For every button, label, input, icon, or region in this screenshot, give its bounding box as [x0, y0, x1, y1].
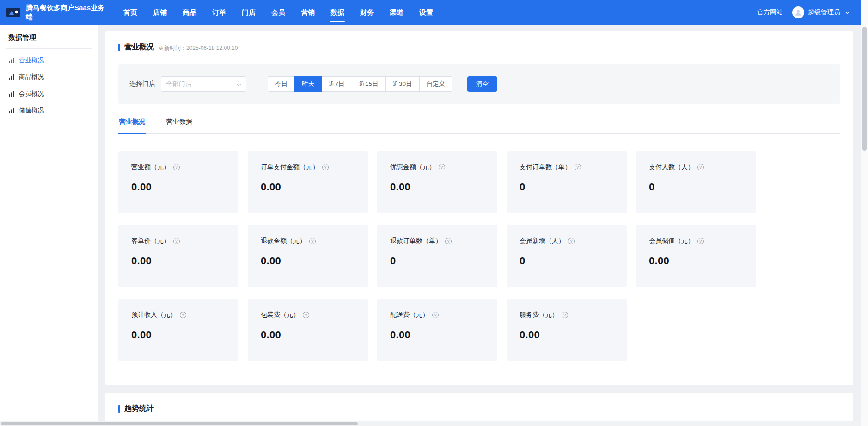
date-range-button[interactable]: 昨天 [294, 76, 322, 92]
nav-item[interactable]: 设置 [411, 0, 441, 25]
screen: 腾马餐饮多商户Saas业务端 首页店铺商品订单门店会员营销数据财务渠道设置 官方… [0, 0, 868, 426]
help-icon[interactable]: ? [439, 164, 445, 170]
date-range-button[interactable]: 今日 [268, 76, 295, 92]
stat-value: 0.00 [131, 329, 226, 341]
stat-label: 服务费（元） [520, 311, 558, 319]
help-icon[interactable]: ? [173, 164, 180, 170]
help-icon[interactable]: ? [322, 164, 329, 170]
stat-card: 支付订单数（单） ? 0 [507, 151, 627, 213]
stat-card: 会员储值（元） ? 0.00 [636, 225, 756, 287]
stat-card: 优惠金额（元） ? 0.00 [377, 151, 497, 213]
horizontal-scrollbar-thumb[interactable] [1, 422, 358, 425]
stat-head: 支付人数（人） ? [649, 163, 743, 171]
stats-grid: 营业额（元） ? 0.00 订单支付金额（元） ? 0.00 优惠金额（元） [118, 151, 840, 361]
date-range-button[interactable]: 近7日 [321, 76, 352, 92]
stat-card: 支付人数（人） ? 0 [636, 151, 756, 213]
help-icon[interactable]: ? [173, 238, 180, 244]
stat-head: 会员新增（人） ? [520, 237, 614, 245]
stat-value: 0.00 [261, 181, 355, 193]
main-content: 营业概况 更新时间：2025-06-18 12:00:10 选择门店 全部门店 … [98, 25, 861, 426]
stat-card: 营业额（元） ? 0.00 [118, 151, 238, 213]
section-accent-bar [118, 44, 120, 51]
stat-head: 包装费（元） ? [261, 311, 355, 319]
main-nav: 首页店铺商品订单门店会员营销数据财务渠道设置 [116, 0, 441, 25]
stat-label: 优惠金额（元） [390, 163, 435, 171]
nav-item[interactable]: 营销 [293, 0, 323, 25]
chevron-down-icon [236, 80, 241, 88]
help-icon[interactable]: ? [697, 238, 704, 244]
sidebar-title: 数据管理 [6, 25, 92, 49]
avatar [792, 6, 804, 18]
vertical-scrollbar-thumb[interactable] [862, 27, 867, 151]
help-icon[interactable]: ? [309, 238, 316, 244]
stat-card: 退款订单数（单） ? 0 [377, 225, 497, 287]
bar-chart-icon [8, 91, 15, 97]
stat-card: 订单支付金额（元） ? 0.00 [248, 151, 368, 213]
stat-value: 0.00 [390, 329, 484, 341]
app-title: 腾马餐饮多商户Saas业务端 [26, 3, 105, 22]
help-icon[interactable]: ? [568, 238, 575, 244]
date-range-button[interactable]: 近30日 [385, 76, 420, 92]
tab[interactable]: 营业概况 [118, 118, 146, 134]
stat-card: 会员新增（人） ? 0 [507, 225, 627, 287]
stat-value: 0.00 [390, 181, 484, 193]
nav-item[interactable]: 渠道 [382, 0, 411, 25]
sidebar-menu: 营业概况 商品概况 会员概况 储值概况 [0, 49, 98, 119]
sidebar-item-label: 商品概况 [19, 73, 44, 81]
stat-card: 客单价（元） ? 0.00 [118, 225, 238, 287]
nav-item[interactable]: 财务 [352, 0, 382, 25]
stat-card: 包装费（元） ? 0.00 [248, 299, 368, 361]
stat-label: 客单价（元） [131, 237, 170, 245]
help-icon[interactable]: ? [697, 164, 704, 170]
stat-label: 会员新增（人） [520, 237, 565, 245]
app-logo-icon [6, 7, 21, 18]
nav-item[interactable]: 店铺 [145, 0, 175, 25]
header-right: 官方网站 超级管理员 [757, 6, 850, 18]
stat-label: 退款订单数（单） [390, 237, 442, 245]
sidebar-item[interactable]: 储值概况 [0, 102, 98, 119]
nav-item[interactable]: 商品 [175, 0, 204, 25]
nav-item[interactable]: 首页 [116, 0, 145, 25]
date-range-button[interactable]: 自定义 [419, 76, 453, 92]
store-select[interactable]: 全部门店 [161, 76, 246, 92]
stat-value: 0.00 [261, 255, 355, 267]
stat-label: 会员储值（元） [649, 237, 694, 245]
stat-card: 预计收入（元） ? 0.00 [118, 299, 238, 361]
stat-value: 0 [520, 255, 614, 267]
stat-label: 退款金额（元） [261, 237, 306, 245]
chevron-down-icon [845, 11, 850, 14]
clear-button[interactable]: 清空 [467, 76, 497, 92]
sidebar-item[interactable]: 商品概况 [0, 69, 98, 85]
stat-value: 0 [390, 255, 484, 267]
stat-value: 0.00 [131, 255, 226, 267]
overview-card: 营业概况 更新时间：2025-06-18 12:00:10 选择门店 全部门店 … [105, 31, 853, 385]
nav-item[interactable]: 门店 [234, 0, 263, 25]
stat-value: 0.00 [131, 181, 226, 193]
user-menu[interactable]: 超级管理员 [792, 6, 850, 18]
date-range-button[interactable]: 近15日 [352, 76, 386, 92]
nav-item[interactable]: 会员 [263, 0, 293, 25]
stat-label: 预计收入（元） [131, 311, 177, 319]
nav-item[interactable]: 订单 [204, 0, 234, 25]
filter-bar: 选择门店 全部门店 今日昨天近7日近15日近30日自定义 清空 [118, 64, 840, 104]
official-site-link[interactable]: 官方网站 [757, 8, 783, 17]
help-icon[interactable]: ? [445, 238, 452, 244]
store-select-placeholder: 全部门店 [166, 80, 192, 88]
overview-tabs: 营业概况营业数据 [118, 118, 840, 134]
sidebar-item-label: 储值概况 [19, 106, 44, 115]
tab[interactable]: 营业数据 [165, 118, 193, 133]
stat-label: 支付人数（人） [649, 163, 694, 171]
help-icon[interactable]: ? [575, 164, 581, 170]
nav-item[interactable]: 数据 [323, 0, 352, 25]
help-icon[interactable]: ? [562, 312, 568, 318]
help-icon[interactable]: ? [180, 312, 186, 318]
stat-card: 配送费（元） ? 0.00 [377, 299, 497, 361]
stat-label: 配送费（元） [390, 311, 429, 319]
help-icon[interactable]: ? [432, 312, 439, 318]
help-icon[interactable]: ? [303, 312, 309, 318]
section-title: 营业概况 [124, 43, 154, 52]
sidebar-item[interactable]: 会员概况 [0, 85, 98, 102]
sidebar-item[interactable]: 营业概况 [0, 52, 98, 69]
stat-head: 支付订单数（单） ? [520, 163, 614, 171]
stat-head: 预计收入（元） ? [131, 311, 226, 319]
